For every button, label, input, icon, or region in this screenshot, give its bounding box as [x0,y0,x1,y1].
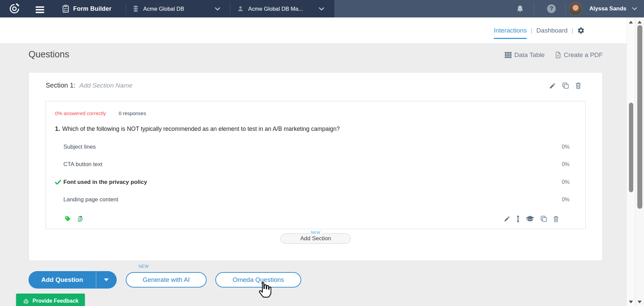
nav-divider [230,3,230,14]
page-scrollbar-thumb[interactable] [637,25,642,209]
trash-icon[interactable] [553,215,559,222]
copy-icon[interactable] [562,82,569,89]
move-up-down-icon[interactable] [516,215,520,223]
page-actions: Data Table Create a PDF [505,51,603,59]
answer-option[interactable]: CTA button text 0% [55,159,570,170]
new-badge: NEW [310,231,321,235]
data-table-button[interactable]: Data Table [505,51,545,59]
question-stats: 0% answered correctly 0 responses [55,110,146,116]
responses-stat: 0 responses [119,110,146,116]
tab-dashboard[interactable]: Dashboard [536,27,568,34]
nav-divider [565,3,566,14]
option-percent: 0% [562,144,570,150]
separator: | [572,27,573,34]
provide-feedback-label: Provide Feedback [33,298,78,304]
provide-feedback-button[interactable]: Provide Feedback [16,294,85,306]
generate-with-ai-button[interactable]: Generate with AI [126,272,207,288]
bug-icon [22,298,30,305]
question-card: 0% answered correctly 0 responses 1.Whic… [46,101,586,229]
section-title: Section 1: [46,82,75,89]
section-name-placeholder[interactable]: Add Section Name [79,82,132,89]
question-text: 1.Which of the following is NOT typicall… [55,125,340,133]
scroll-down-arrow[interactable] [629,301,633,303]
inner-scrollbar-thumb[interactable] [629,103,633,192]
answer-option[interactable]: Landing page content 0% [55,194,570,205]
nav-divider [534,3,534,14]
create-pdf-button[interactable]: Create a PDF [555,51,603,59]
copy-icon[interactable] [540,215,547,222]
add-section-wrap: Add Section NEW [280,234,351,244]
option-percent: 0% [562,161,570,167]
gear-icon[interactable] [577,27,585,34]
edit-pencil-icon[interactable] [549,82,556,89]
top-navbar: Form Builder Acme Global DB Acme Global … [0,0,644,17]
option-percent: 0% [562,179,570,185]
form-builder-icon [61,0,70,17]
app-title: Form Builder [73,0,111,17]
scroll-down-arrow[interactable] [638,301,642,303]
edit-pencil-icon[interactable] [504,215,511,222]
answer-option[interactable]: Subject lines 0% [55,141,570,153]
notifications-bell-icon[interactable] [516,0,524,17]
question-number: 1. [55,125,60,132]
new-badge: NEW [139,264,149,269]
app-window: Form Builder Acme Global DB Acme Global … [0,0,644,306]
add-question-dropdown[interactable] [96,271,117,289]
database-selector[interactable]: Acme Global DB [143,0,184,17]
user-avatar[interactable] [569,0,582,17]
nav-divider [126,3,126,14]
help-icon[interactable]: ? [547,0,556,17]
page-title: Questions [29,49,69,60]
caret-down-icon [104,278,109,281]
graduation-cap-icon[interactable] [526,215,535,222]
answered-correctly-stat: 0% answered correctly [55,110,106,116]
correct-check-icon [55,180,63,185]
scroll-up-arrow[interactable] [629,21,633,23]
pdf-file-icon [555,51,561,59]
scroll-up-arrow[interactable] [638,21,642,23]
question-footer [55,213,559,225]
inner-scrollbar[interactable] [627,17,635,306]
add-question-button[interactable]: Add Question [29,271,96,289]
add-section-button[interactable]: Add Section [280,234,351,244]
add-question-split-button: Add Question [29,271,117,289]
menu-icon[interactable] [36,0,44,17]
omeda-logo-icon[interactable] [8,0,21,17]
profile-selector[interactable]: Acme Global DB Ma... [248,0,303,17]
chevron-down-icon[interactable] [319,0,324,17]
table-grid-icon [505,52,512,58]
data-table-label: Data Table [514,51,545,59]
chevron-down-icon[interactable] [632,0,637,17]
sub-navigation: Interactions | Dashboard | [0,17,627,43]
option-percent: 0% [562,197,570,203]
database-icon [132,0,139,17]
create-pdf-label: Create a PDF [564,51,603,59]
omeda-question-icon[interactable] [76,215,83,222]
section-actions [549,82,582,89]
chevron-down-icon[interactable] [215,0,220,17]
tag-icon[interactable] [64,215,71,222]
trash-icon[interactable] [575,82,582,89]
omeda-questions-button[interactable]: Omeda Questions [215,272,301,288]
profile-person-icon [237,0,244,17]
answer-option-correct[interactable]: Font used in the privacy policy 0% [55,176,570,188]
section-card: Section 1: Add Section Name [29,72,603,261]
tab-interactions[interactable]: Interactions [494,27,527,34]
section-header: Section 1: Add Section Name [46,82,132,89]
separator: | [531,27,532,34]
user-name[interactable]: Alyssa Sands [589,0,627,17]
page-scrollbar[interactable] [635,17,644,306]
